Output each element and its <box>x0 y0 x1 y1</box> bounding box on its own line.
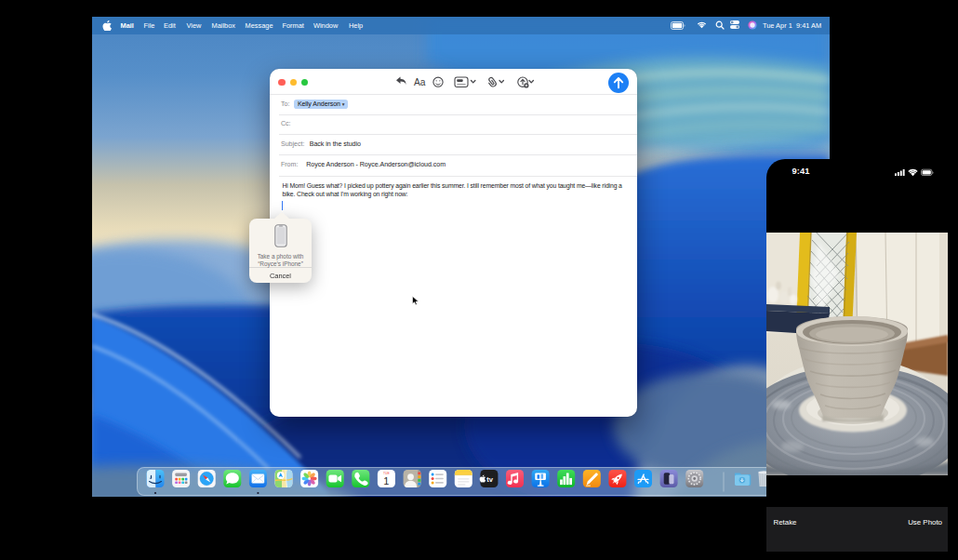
svg-text:1: 1 <box>383 475 389 487</box>
svg-text:TUE: TUE <box>383 471 391 474</box>
svg-text:tv: tv <box>486 474 493 483</box>
svg-text:Aa: Aa <box>414 77 426 87</box>
